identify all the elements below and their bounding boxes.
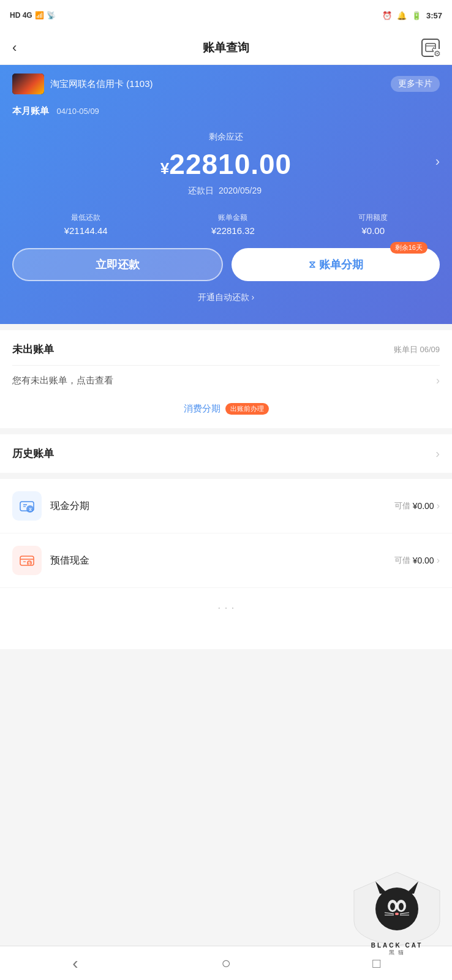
cash-installment-icon: ⧖ xyxy=(12,491,42,521)
svg-text:$: $ xyxy=(28,561,31,566)
signal-icon: 📶 xyxy=(35,11,44,20)
unpublished-link[interactable]: 您有未出账单，点击查看 › xyxy=(12,365,440,396)
settings-button[interactable] xyxy=(421,39,440,57)
pay-now-button[interactable]: 立即还款 xyxy=(12,248,223,281)
min-payment-value: ¥21144.44 xyxy=(64,225,108,236)
remaining-label: 剩余应还 xyxy=(12,132,440,143)
more-items-dots: · · · xyxy=(217,600,235,614)
status-right: ⏰ 🔔 🔋 3:57 xyxy=(382,11,442,20)
promo-badge: 出账前办理 xyxy=(225,403,269,415)
action-buttons: 立即还款 剩余16天 ⧖ 账单分期 xyxy=(0,248,452,284)
cash-installment-chevron-icon: › xyxy=(437,500,440,511)
due-date-label: 还款日 xyxy=(188,186,214,195)
advance-cash-item[interactable]: $ 预借现金 可借 ¥0.00 › xyxy=(0,533,452,588)
bottom-nav: ‹ ○ □ xyxy=(0,946,452,980)
svg-rect-9 xyxy=(20,556,34,565)
svg-marker-16 xyxy=(406,881,418,894)
svg-marker-15 xyxy=(375,881,388,894)
page-title: 账单查询 xyxy=(203,40,249,56)
bill-amount-value: ¥22816.32 xyxy=(211,225,255,236)
status-bar: HD 4G 📶 📡 ⏰ 🔔 🔋 3:57 xyxy=(0,0,452,31)
card-name: 淘宝网联名信用卡 (1103) xyxy=(50,78,153,90)
advance-cash-amount: ¥0.00 xyxy=(413,556,434,565)
svg-point-20 xyxy=(399,903,404,910)
installment-button[interactable]: 剩余16天 ⧖ 账单分期 xyxy=(232,248,440,281)
currency-symbol: ¥ xyxy=(160,159,169,178)
unpublished-bill-section: 未出账单 账单日 06/09 您有未出账单，点击查看 › 消费分期 出账前办理 xyxy=(0,330,452,428)
history-chevron-icon: › xyxy=(435,447,440,461)
products-section: ⧖ 现金分期 可借 ¥0.00 › $ 预借现金 可借 ¥0.00 › xyxy=(0,479,452,588)
svg-point-14 xyxy=(375,888,418,930)
svg-line-24 xyxy=(400,913,409,914)
advance-cash-icon: $ xyxy=(12,546,42,575)
cash-installment-item[interactable]: ⧖ 现金分期 可借 ¥0.00 › xyxy=(0,479,452,533)
blue-section: 淘宝网联名信用卡 (1103) 更多卡片 本月账单 04/10-05/09 剩余… xyxy=(0,65,452,324)
history-title: 历史账单 xyxy=(12,447,54,461)
unpublished-date: 账单日 06/09 xyxy=(394,344,440,355)
card-info[interactable]: 淘宝网联名信用卡 (1103) xyxy=(12,74,153,94)
advance-cash-available-label: 可借 xyxy=(394,555,410,566)
svg-point-17 xyxy=(388,900,397,912)
cash-installment-amount: ¥0.00 xyxy=(413,501,434,511)
advance-cash-chevron-icon: › xyxy=(437,555,440,566)
black-cat-logo xyxy=(342,866,452,946)
svg-point-21 xyxy=(395,913,399,915)
wifi-icon: 📡 xyxy=(47,11,56,20)
history-bill-section[interactable]: 历史账单 › xyxy=(0,434,452,473)
back-button[interactable]: ‹ xyxy=(12,40,37,56)
nav-back-button[interactable]: ‹ xyxy=(51,954,100,973)
cash-installment-name: 现金分期 xyxy=(50,500,394,513)
amount-chevron-icon: › xyxy=(435,154,440,170)
advance-icon: $ xyxy=(18,552,36,569)
notification-icon: 🔔 xyxy=(397,11,407,20)
unpublished-chevron-icon: › xyxy=(436,374,440,387)
nav-bar: ‹ 账单查询 xyxy=(0,31,452,65)
stats-row: 最低还款 ¥21144.44 账单金额 ¥22816.32 可用额度 ¥0.00 xyxy=(0,206,452,248)
svg-point-2 xyxy=(432,48,435,51)
card-selector: 淘宝网联名信用卡 (1103) 更多卡片 xyxy=(0,65,452,103)
bill-period-label: 本月账单 xyxy=(12,105,49,116)
card-thumbnail xyxy=(12,74,44,94)
nav-right xyxy=(415,39,440,57)
unpublished-title: 未出账单 xyxy=(12,342,54,356)
available-credit-stat: 可用额度 ¥0.00 xyxy=(358,213,388,236)
battery-icon: 🔋 xyxy=(412,11,421,20)
hd-label: HD 4G xyxy=(10,11,32,20)
svg-point-19 xyxy=(390,903,395,910)
more-items: · · · xyxy=(0,588,452,649)
bill-amount-label: 账单金额 xyxy=(211,213,255,223)
amount-value: 22810.00 xyxy=(169,148,292,181)
bill-period: 本月账单 04/10-05/09 xyxy=(0,103,452,117)
svg-line-22 xyxy=(385,913,394,914)
amount-display: ¥ 22810.00 xyxy=(12,148,440,181)
card-thumbnail-inner xyxy=(12,74,44,94)
unpublished-link-text: 您有未出账单，点击查看 xyxy=(12,375,113,386)
nav-recent-button[interactable]: □ xyxy=(352,956,401,971)
available-credit-value: ¥0.00 xyxy=(358,225,388,236)
installment-icon: ⧖ xyxy=(309,259,315,270)
svg-point-18 xyxy=(396,900,406,912)
promo-link[interactable]: 消费分期 xyxy=(184,403,220,415)
amount-section[interactable]: 剩余应还 ¥ 22810.00 还款日 2020/05/29 › xyxy=(0,117,452,206)
nav-home-button[interactable]: ○ xyxy=(202,954,250,973)
bill-amount-stat: 账单金额 ¥22816.32 xyxy=(211,213,255,236)
due-date: 还款日 2020/05/29 xyxy=(12,186,440,197)
bill-period-date: 04/10-05/09 xyxy=(56,107,99,116)
advance-cash-name: 预借现金 xyxy=(50,554,394,567)
svg-text:⧖: ⧖ xyxy=(29,507,32,511)
time-display: 3:57 xyxy=(426,11,442,20)
min-payment-stat: 最低还款 ¥21144.44 xyxy=(64,213,108,236)
auto-repay-link[interactable]: 开通自动还款 › xyxy=(0,284,452,306)
settings-icon xyxy=(425,43,436,53)
available-credit-label: 可用额度 xyxy=(358,213,388,223)
min-payment-label: 最低还款 xyxy=(64,213,108,223)
status-left: HD 4G 📶 📡 xyxy=(10,11,56,20)
cash-installment-available-label: 可借 xyxy=(394,500,410,511)
installment-badge: 剩余16天 xyxy=(390,242,428,254)
installment-label: 账单分期 xyxy=(319,257,363,272)
black-cat-watermark: BLACK CAT 黑 猫 xyxy=(342,866,452,946)
cash-icon: ⧖ xyxy=(18,497,36,514)
due-date-value: 2020/05/29 xyxy=(219,186,262,195)
unpublished-header: 未出账单 账单日 06/09 xyxy=(12,342,440,356)
more-cards-button[interactable]: 更多卡片 xyxy=(391,76,440,92)
